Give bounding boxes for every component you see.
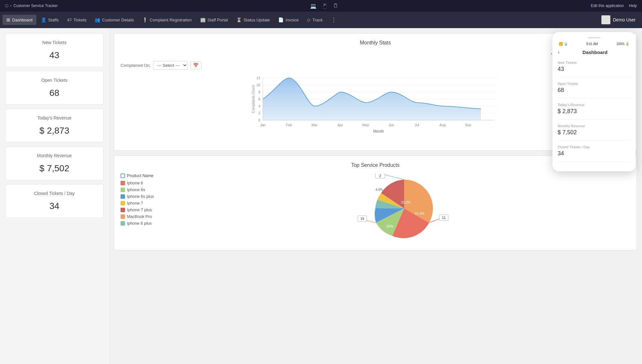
- staffs-icon: 👤: [41, 17, 46, 22]
- svg-text:May: May: [363, 123, 369, 127]
- legend-color-iphone7: [121, 201, 125, 205]
- app-icon: ⬡: [5, 4, 8, 8]
- mobile-stat-todays-revenue: Today's Revenue $ 2,873: [558, 103, 630, 120]
- legend-iphone6: Iphone 6: [121, 181, 172, 185]
- track-icon: ◇: [307, 17, 310, 22]
- drag-handle: [558, 37, 630, 38]
- svg-text:Jan: Jan: [260, 123, 266, 127]
- invoice-icon: 📄: [278, 17, 284, 22]
- avatar: [601, 15, 610, 24]
- nav-label-tickets: Tickets: [74, 18, 87, 22]
- legend-color-iphone6: [121, 181, 125, 185]
- staff-portal-icon: 🏢: [200, 17, 206, 22]
- mobile-value-open-tickets: 68: [558, 87, 630, 94]
- mobile-stat-closed-tickets: Closed Tickets / Day 34: [558, 145, 630, 162]
- edit-application-button[interactable]: Edit this application: [591, 4, 624, 8]
- legend-header-checkbox[interactable]: [121, 174, 125, 178]
- calendar-button[interactable]: 📅: [190, 61, 201, 69]
- legend-iphone6s: Iphone 6s: [121, 187, 172, 192]
- username: Demo User: [613, 17, 636, 22]
- stat-label-new-tickets: New Tickets: [13, 40, 96, 45]
- svg-text:24.4%: 24.4%: [414, 212, 424, 215]
- user-menu[interactable]: Demo User: [598, 13, 639, 26]
- tickets-icon: 🏷: [67, 17, 72, 22]
- stat-value-new-tickets: 43: [13, 50, 96, 60]
- nav-item-status-update[interactable]: ⌛ Status Update: [232, 15, 274, 25]
- pie-chart-svg: 2 11 24.4% 33.3% 20% 4.4%: [356, 173, 452, 244]
- stat-label-open-tickets: Open Tickets: [13, 78, 96, 83]
- mobile-signal-icons: 📶 📡: [559, 42, 568, 46]
- svg-text:2: 2: [379, 174, 381, 178]
- app-title: Customer Service Tracker: [13, 4, 58, 8]
- mobile-label-closed-tickets: Closed Tickets / Day: [558, 145, 630, 149]
- mobile-preview: 📶 📡 9:41 AM 100% 🔋 ‹ Dashboard New Ticke…: [552, 32, 636, 171]
- nav-item-complaint-registration[interactable]: ❕ Complaint Registration: [138, 15, 196, 25]
- nav-label-invoice: Invoice: [286, 18, 299, 22]
- pie-content: Product Name Iphone 6 Iphone 6s Iphone 6…: [121, 173, 630, 244]
- mobile-label-open-tickets: Open Tickets: [558, 82, 630, 86]
- mobile-label-monthly-revenue: Monthly Revenue: [558, 124, 630, 128]
- svg-text:8: 8: [258, 90, 260, 94]
- svg-text:33.3%: 33.3%: [401, 200, 411, 204]
- customer-details-icon: 👥: [95, 17, 100, 22]
- stat-value-closed-tickets-day: 34: [13, 201, 96, 211]
- nav-label-complaint-registration: Complaint Registration: [150, 18, 192, 22]
- svg-text:Aug: Aug: [439, 123, 446, 127]
- svg-text:Complaints Count: Complaints Count: [251, 85, 255, 113]
- mobile-value-new-tickets: 43: [558, 66, 630, 73]
- legend-iphone7: Iphone 7: [121, 201, 172, 205]
- device-switcher: 💻 📱 🗒: [310, 3, 338, 9]
- mobile-time: 9:41 AM: [586, 42, 598, 46]
- signal-icon: 📶: [559, 42, 563, 46]
- nav-item-customer-details[interactable]: 👥 Customer Details: [91, 15, 138, 25]
- stat-card-todays-revenue: Today's Revenue $ 2,873: [5, 109, 104, 143]
- nav-label-status-update: Status Update: [244, 18, 270, 22]
- mobile-label-todays-revenue: Today's Revenue: [558, 103, 630, 107]
- stat-label-todays-revenue: Today's Revenue: [13, 115, 96, 120]
- pie-chart-container: 2 11 24.4% 33.3% 20% 4.4%: [178, 173, 630, 244]
- legend-color-iphone6s-plus: [121, 194, 125, 199]
- nav-label-staff-portal: Staff Portal: [207, 18, 228, 22]
- drag-bar: [588, 37, 600, 38]
- legend-color-iphone6s: [121, 188, 125, 192]
- mobile-stat-new-tickets: New Tickets 43: [558, 61, 630, 77]
- nav-item-more[interactable]: ⋮: [327, 14, 341, 26]
- stat-card-monthly-revenue: Monthly Revenue $ 7,502: [5, 146, 104, 180]
- more-icon: ⋮: [331, 16, 337, 23]
- laptop-icon[interactable]: 💻: [310, 3, 317, 9]
- complained-on-select[interactable]: --- Select ---: [153, 61, 188, 70]
- tablet-landscape-icon[interactable]: 🗒: [333, 3, 338, 9]
- nav-label-customer-details: Customer Details: [102, 18, 134, 22]
- nav-label-staffs: Staffs: [48, 18, 59, 22]
- legend-color-iphone7-plus: [121, 208, 125, 212]
- mobile-stat-open-tickets: Open Tickets 68: [558, 82, 630, 98]
- svg-text:Jul: Jul: [415, 123, 419, 127]
- wifi-icon: 📡: [564, 42, 568, 46]
- help-button[interactable]: Help: [629, 4, 637, 8]
- stat-card-open-tickets: Open Tickets 68: [5, 71, 104, 105]
- mobile-status-bar: 📶 📡 9:41 AM 100% 🔋: [558, 42, 630, 46]
- nav-item-staffs[interactable]: 👤 Staffs: [37, 15, 63, 25]
- filter-label: Complained On:: [121, 63, 151, 68]
- nav-item-invoice[interactable]: 📄 Invoice: [274, 15, 302, 25]
- top-bar-actions: Edit this application Help: [591, 4, 637, 8]
- mobile-battery: 100% 🔋: [616, 42, 629, 46]
- breadcrumb-separator: ›: [10, 4, 12, 8]
- main-content: New Tickets 43 Open Tickets 68 Today's R…: [0, 28, 642, 364]
- nav-item-tickets[interactable]: 🏷 Tickets: [63, 15, 90, 25]
- nav-item-track[interactable]: ◇ Track: [303, 15, 326, 25]
- refresh-icon: ›: [551, 51, 552, 56]
- svg-text:20%: 20%: [386, 224, 393, 228]
- nav-item-dashboard[interactable]: ⊞ Dashboard: [3, 15, 36, 25]
- mobile-stat-monthly-revenue: Monthly Revenue $ 7,502: [558, 124, 630, 141]
- tablet-portrait-icon[interactable]: 📱: [322, 3, 328, 9]
- mobile-value-monthly-revenue: $ 7,502: [558, 129, 630, 136]
- svg-text:Jun: Jun: [388, 123, 394, 127]
- legend-color-macbook-pro: [121, 214, 125, 219]
- legend-iphone7-plus: Iphone 7 plus: [121, 207, 172, 212]
- complaint-registration-icon: ❕: [142, 17, 148, 22]
- nav-item-staff-portal[interactable]: 🏢 Staff Portal: [196, 15, 232, 25]
- svg-text:Month: Month: [373, 129, 384, 134]
- legend-header: Product Name: [121, 173, 172, 178]
- svg-text:10: 10: [256, 83, 260, 87]
